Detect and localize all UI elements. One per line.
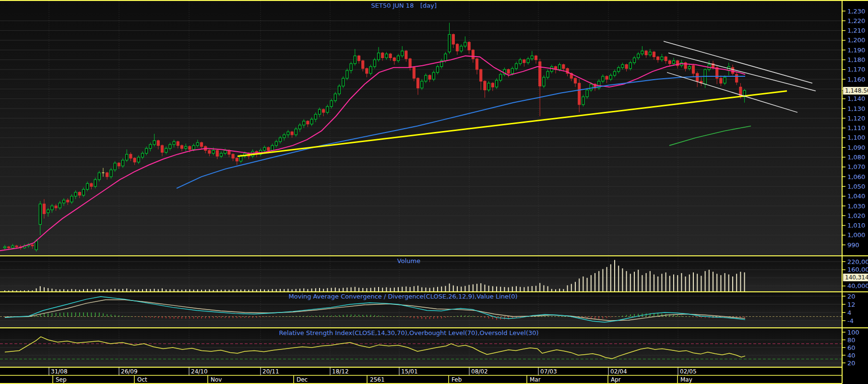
month-label[interactable]: Feb — [452, 376, 462, 383]
candle-down[interactable] — [696, 73, 699, 81]
candle-up[interactable] — [319, 109, 321, 114]
candle-up[interactable] — [346, 71, 348, 78]
candle-up[interactable] — [295, 129, 297, 135]
candle-up[interactable] — [279, 138, 282, 142]
candle-up[interactable] — [153, 141, 155, 144]
month-label[interactable]: Oct — [137, 376, 147, 383]
candle-up[interactable] — [137, 157, 140, 162]
candle-down[interactable] — [507, 70, 510, 73]
date-tick-label[interactable]: 26/09 — [121, 368, 138, 375]
candle-down[interactable] — [417, 78, 419, 88]
candle-up[interactable] — [165, 148, 167, 152]
chart-canvas[interactable]: 1,2301,2201,2101,2001,1901,1801,1701,160… — [0, 0, 868, 384]
candle-down[interactable] — [472, 50, 474, 59]
candle-up[interactable] — [602, 76, 604, 81]
candle-down[interactable] — [366, 69, 368, 73]
candle-up[interactable] — [673, 61, 675, 64]
candle-down[interactable] — [67, 200, 69, 202]
candle-up[interactable] — [641, 51, 643, 54]
candle-up[interactable] — [169, 144, 171, 148]
candle-up[interactable] — [609, 75, 612, 79]
candle-down[interactable] — [322, 109, 325, 112]
candle-down[interactable] — [606, 76, 608, 79]
candle-up[interactable] — [724, 77, 726, 83]
candle-down[interactable] — [484, 81, 486, 90]
candle-up[interactable] — [299, 125, 301, 129]
candle-down[interactable] — [405, 51, 407, 59]
candle-up[interactable] — [342, 78, 345, 86]
candle-up[interactable] — [283, 135, 285, 138]
candle-down[interactable] — [307, 121, 309, 124]
candle-up[interactable] — [39, 204, 41, 225]
candle-up[interactable] — [240, 156, 242, 161]
month-label[interactable]: Apr — [611, 376, 621, 383]
candle-down[interactable] — [665, 57, 667, 60]
candle-up[interactable] — [86, 183, 89, 189]
candle-up[interactable] — [275, 142, 277, 145]
candle-down[interactable] — [130, 154, 132, 158]
candle-up[interactable] — [185, 146, 187, 148]
candle-up[interactable] — [547, 72, 549, 77]
candle-down[interactable] — [161, 145, 164, 152]
candle-up[interactable] — [149, 144, 152, 148]
candle-up[interactable] — [496, 80, 498, 87]
month-label[interactable]: Sep — [56, 376, 67, 383]
candle-down[interactable] — [668, 61, 671, 64]
candle-down[interactable] — [468, 42, 470, 50]
candle-down[interactable] — [232, 154, 234, 158]
candle-up[interactable] — [263, 147, 266, 150]
candle-up[interactable] — [586, 90, 588, 96]
candle-up[interactable] — [145, 148, 148, 153]
candle-up[interactable] — [559, 65, 561, 70]
candle-down[interactable] — [358, 56, 360, 60]
candle-down[interactable] — [428, 75, 431, 79]
candle-up[interactable] — [350, 64, 352, 71]
candle-down[interactable] — [216, 150, 218, 156]
month-label[interactable]: Nov — [211, 376, 222, 383]
candle-up[interactable] — [527, 59, 529, 62]
candle-down[interactable] — [736, 74, 738, 82]
candle-up[interactable] — [212, 150, 214, 153]
candle-up[interactable] — [98, 173, 100, 180]
candle-up[interactable] — [618, 68, 620, 72]
candle-down[interactable] — [106, 173, 108, 177]
candle-down[interactable] — [291, 132, 293, 135]
date-tick-label[interactable]: 02/04 — [610, 368, 627, 375]
candle-up[interactable] — [51, 206, 53, 210]
candle-up[interactable] — [330, 101, 333, 107]
candle-down[interactable] — [177, 142, 179, 145]
candle-up[interactable] — [326, 107, 329, 112]
candle-up[interactable] — [224, 150, 226, 153]
candle-up[interactable] — [515, 64, 518, 69]
candle-down[interactable] — [393, 58, 395, 60]
month-label[interactable]: Dec — [297, 376, 308, 383]
candle-down[interactable] — [31, 245, 34, 246]
candle-down[interactable] — [562, 65, 565, 69]
candle-up[interactable] — [114, 163, 116, 170]
candle-up[interactable] — [74, 192, 77, 196]
candle-down[interactable] — [189, 146, 191, 149]
candle-up[interactable] — [448, 35, 451, 52]
candle-down[interactable] — [720, 78, 722, 83]
candle-down[interactable] — [578, 83, 581, 105]
candle-down[interactable] — [657, 57, 659, 60]
candle-down[interactable] — [409, 59, 411, 67]
candle-up[interactable] — [220, 153, 223, 156]
candle-down[interactable] — [78, 192, 81, 195]
candle-up[interactable] — [629, 63, 631, 69]
candle-up[interactable] — [511, 69, 513, 73]
candle-down[interactable] — [55, 206, 57, 208]
candle-up[interactable] — [543, 77, 545, 86]
candle-up[interactable] — [192, 145, 195, 149]
candle-down[interactable] — [133, 158, 136, 162]
candle-down[interactable] — [452, 35, 454, 44]
candle-up[interactable] — [444, 54, 447, 60]
date-tick-label[interactable]: 15/01 — [401, 368, 418, 375]
candle-up[interactable] — [688, 67, 690, 69]
candle-up[interactable] — [310, 119, 313, 124]
candle-up[interactable] — [590, 84, 592, 90]
candle-down[interactable] — [8, 247, 10, 248]
candle-up[interactable] — [649, 52, 651, 55]
candle-down[interactable] — [181, 145, 183, 148]
candle-up[interactable] — [314, 114, 317, 119]
